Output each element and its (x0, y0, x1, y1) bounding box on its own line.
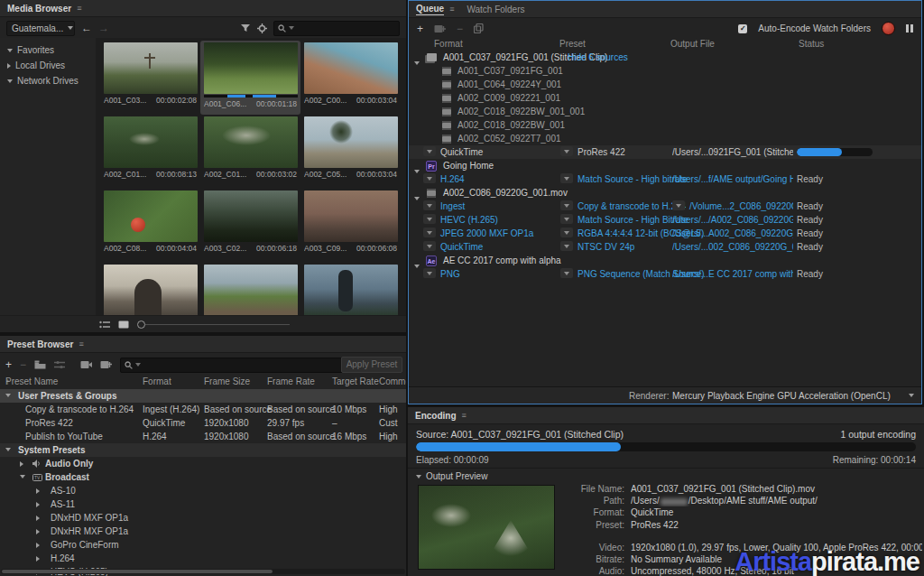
horizontal-scrollbar-thumb[interactable] (2, 570, 273, 573)
tab-queue[interactable]: Queue ≡ (416, 4, 454, 15)
chevron-down-icon[interactable] (909, 394, 914, 397)
queue-source-row[interactable]: A002_C018_0922BW_001 (409, 118, 921, 132)
column-frame-size[interactable]: Frame Size (204, 376, 250, 386)
delete-preset-button[interactable]: − (20, 359, 26, 370)
new-group-button[interactable] (34, 360, 46, 369)
back-button[interactable]: ← (81, 23, 92, 33)
preset-row[interactable]: Copy & transcode to H.264 Ingest (H.264)… (0, 403, 406, 416)
preset-dropdown[interactable] (560, 173, 573, 183)
queue-source-row[interactable]: A001_C037_0921FG_001 (409, 64, 921, 78)
user-presets-group-row[interactable]: User Presets & Groups (0, 389, 406, 403)
preset-tree-broadcast[interactable]: TV Broadcast (0, 470, 406, 484)
queue-source-row[interactable]: A002_C018_0922BW_001_001 (409, 105, 921, 118)
hide-sources-link[interactable]: Hide 6 sources (568, 51, 628, 64)
preset-dropdown[interactable] (560, 268, 573, 278)
format-dropdown[interactable] (423, 173, 436, 183)
preset-dropdown[interactable] (560, 214, 573, 224)
queue-group-going-home[interactable]: Pr Going Home (409, 159, 921, 172)
queue-output-row[interactable]: JPEG 2000 MXF OP1a RGBA 4:4:4:4 12-bit (… (409, 227, 921, 240)
tree-item-network-drives[interactable]: Network Drives (0, 73, 96, 88)
panel-menu-icon[interactable]: ≡ (79, 339, 83, 348)
preset-tree-item[interactable]: H.264 (0, 552, 406, 565)
panel-menu-icon[interactable]: ≡ (449, 5, 454, 14)
media-clip-cell[interactable]: A003_C02...00:00:06:18 (200, 189, 300, 263)
preset-tree-item[interactable]: AS-10 (0, 484, 406, 497)
filter-icon[interactable] (240, 23, 251, 33)
queue-source-row[interactable]: A001_C064_09224Y_001 (409, 78, 921, 91)
preset-row[interactable]: ProRes 422 QuickTime 1920x1080 29.97 fps… (0, 416, 406, 430)
preset-dropdown[interactable] (560, 146, 573, 156)
column-target-rate[interactable]: Target Rate (332, 376, 379, 386)
format-dropdown[interactable] (423, 268, 436, 278)
panel-menu-icon[interactable]: ≡ (77, 4, 81, 13)
list-view-icon[interactable] (99, 321, 110, 329)
media-clip-cell[interactable]: A002_C01...00:00:08:13 (100, 115, 200, 189)
preset-search-input[interactable] (120, 358, 347, 373)
column-format[interactable]: Format (143, 376, 171, 386)
queue-output-row[interactable]: HEVC (H.265) Match Source - High Bitrate… (409, 213, 921, 227)
queue-source-row[interactable]: A002_C052_0922T7_001 (409, 132, 921, 145)
add-source-button[interactable]: + (417, 23, 423, 34)
tab-watch-folders[interactable]: Watch Folders (467, 5, 524, 14)
queue-group-ae-comp[interactable]: Ae AE CC 2017 comp with alpha (409, 254, 921, 267)
preset-row[interactable]: Publish to YouTube H.264 1920x1080 Based… (0, 430, 406, 443)
queue-group-stitched-clip[interactable]: A001_C037_0921FG_001 (Stitched Clip) Hid… (409, 51, 921, 64)
queue-output-row[interactable]: QuickTime NTSC DV 24p /Users/...002_C086… (409, 240, 921, 254)
format-dropdown[interactable] (423, 214, 436, 224)
apply-preset-button[interactable]: Apply Preset (341, 357, 402, 373)
queue-output-row[interactable]: PNG PNG Sequence (Match Source) /Users/.… (409, 267, 921, 281)
apply-to-queue-button[interactable] (80, 360, 92, 369)
format-dropdown[interactable] (423, 241, 436, 251)
system-presets-group-row[interactable]: System Presets (0, 443, 406, 457)
preset-tree-item[interactable]: DNxHR MXF OP1a (0, 525, 406, 538)
preset-settings-button[interactable] (54, 360, 65, 369)
media-clip-cell-selected[interactable]: A001_C06...00:00:01:18 (200, 41, 300, 115)
column-frame-rate[interactable]: Frame Rate (267, 376, 315, 386)
duplicate-button[interactable] (474, 23, 484, 33)
queue-output-row[interactable]: Ingest Copy & transcode to H.264 /Volume… (409, 200, 921, 213)
tab-media-browser[interactable]: Media Browser ≡ (7, 4, 81, 14)
queue-source-row[interactable]: A002_C009_092221_001 (409, 91, 921, 105)
renderer-dropdown[interactable]: Mercury Playback Engine GPU Acceleration… (672, 391, 891, 401)
tree-item-local-drives[interactable]: Local Drives (0, 58, 96, 73)
forward-button[interactable]: → (98, 23, 109, 33)
thumbnail-view-icon[interactable] (118, 321, 129, 329)
panel-menu-icon[interactable]: ≡ (462, 411, 467, 420)
column-comment[interactable]: Comment (379, 376, 406, 386)
location-dropdown[interactable]: Guatemala... (6, 21, 75, 36)
queue-output-row-encoding[interactable]: QuickTime ProRes 422 /Users/...0921FG_00… (409, 145, 921, 159)
pause-queue-button[interactable] (906, 24, 913, 33)
auto-encode-checkbox[interactable]: ✓ (738, 24, 747, 33)
stop-queue-button[interactable] (882, 22, 895, 35)
output-file-link[interactable]: /Users/.../A002_C086_09220G_001.mp4 (672, 213, 793, 227)
output-file-link[interactable]: /Users/...f/AME output/Going Home.mp4 (672, 172, 793, 186)
preset-dropdown[interactable] (560, 228, 573, 237)
preset-tree-item[interactable]: GoPro CineForm (0, 538, 406, 552)
output-file-link[interactable]: /Users/...002_C086_09220G_001_2.mov (672, 240, 793, 254)
tree-item-favorites[interactable]: Favorites (0, 42, 96, 58)
preset-tree-item[interactable]: AS-11 (0, 497, 406, 511)
new-preset-button[interactable]: + (5, 359, 12, 370)
output-file-link[interactable]: /Users/...0921FG_001 (Stitched Clip).mov (672, 145, 793, 159)
media-clip-cell[interactable]: A002_C01...00:00:03:02 (200, 115, 300, 189)
media-clip-cell[interactable]: A002_C05...00:00:03:04 (300, 115, 401, 189)
preset-dropdown[interactable] (560, 200, 573, 210)
output-file-link[interactable]: /Users/...A002_C086_09220G_001_1.mxf (672, 227, 793, 240)
preset-tree-item[interactable]: DNxHD MXF OP1a (0, 511, 406, 525)
preset-dropdown[interactable] (560, 241, 573, 251)
remove-button[interactable]: − (457, 23, 463, 34)
tab-preset-browser[interactable]: Preset Browser ≡ (7, 339, 84, 349)
queue-output-row[interactable]: H.264 Match Source - High bitrate /Users… (409, 172, 921, 186)
preset-tree-audio-only[interactable]: Audio Only (0, 457, 406, 470)
queue-group-clip-mov[interactable]: A002_C086_09220G_001.mov (409, 186, 921, 200)
view-settings-icon[interactable] (257, 23, 267, 33)
scrub-bar[interactable] (204, 95, 298, 98)
tab-encoding[interactable]: Encoding ≡ (415, 411, 467, 421)
media-search-input[interactable] (273, 21, 400, 36)
media-clip-cell[interactable]: A002_C08...00:00:04:04 (100, 189, 200, 263)
apply-to-watch-folder-button[interactable] (100, 360, 112, 369)
output-file-link[interactable]: /Users/...E CC 2017 comp with alpha.png (672, 267, 793, 281)
output-dropdown[interactable] (672, 200, 685, 210)
media-clip-cell[interactable]: A002_C00...00:00:03:04 (300, 41, 401, 115)
format-dropdown[interactable] (423, 146, 436, 156)
